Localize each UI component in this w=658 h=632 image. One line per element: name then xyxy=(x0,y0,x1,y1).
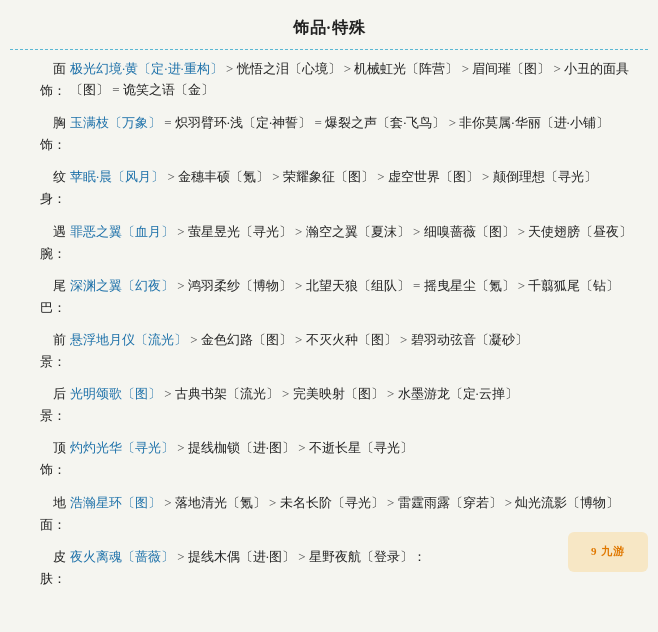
row-label-top-tail: 尾 xyxy=(53,275,66,297)
row-top: 顶饰：灼灼光华〔寻光〕 > 提线枷锁〔进·图〕 > 不逝长星〔寻光〕 xyxy=(10,437,648,481)
highlight-item: 深渊之翼〔幻夜〕 xyxy=(70,278,174,293)
content-item: 爆裂之声〔套·飞鸟〕 xyxy=(325,115,445,130)
row-content-tail: 深渊之翼〔幻夜〕 > 鸿羽柔纱〔博物〕 > 北望天狼〔组队〕 = 摇曳星尘〔氪〕… xyxy=(70,275,648,319)
content-item: 不灭火种〔图〕 xyxy=(306,332,397,347)
content-item: 千翦狐尾〔钻〕 xyxy=(528,278,619,293)
content-item: 完美映射〔图〕 xyxy=(293,386,384,401)
page-title: 饰品·特殊 xyxy=(0,10,658,45)
row-content-front: 悬浮地月仪〔流光〕 > 金色幻路〔图〕 > 不灭火种〔图〕 > 碧羽动弦音〔凝砂… xyxy=(70,329,648,373)
highlight-item: 光明颂歌〔图〕 xyxy=(70,386,161,401)
row-label-top-skin: 皮 xyxy=(53,546,66,568)
content-item: 颠倒理想〔寻光〕 xyxy=(493,169,597,184)
row-content-top: 灼灼光华〔寻光〕 > 提线枷锁〔进·图〕 > 不逝长星〔寻光〕 xyxy=(70,437,648,481)
row-content-tattoo: 苹眠·晨〔风月〕 > 金穗丰硕〔氪〕 > 荣耀象征〔图〕 > 虚空世界〔图〕 >… xyxy=(70,166,648,210)
content-item: 荣耀象征〔图〕 xyxy=(283,169,374,184)
highlight-item: 浩瀚星环〔图〕 xyxy=(70,495,161,510)
row-chest: 胸饰：玉满枝〔万象〕 = 炽羽臂环·浅〔定·神誓〕 = 爆裂之声〔套·飞鸟〕 >… xyxy=(10,112,648,156)
highlight-item: 极光幻境·黄〔定·进·重构〕 xyxy=(70,61,223,76)
row-label-bottom-front: 景： xyxy=(40,351,66,373)
row-label-bottom-face: 饰： xyxy=(40,80,66,102)
content-item: 机械虹光〔阵营〕 xyxy=(354,61,458,76)
row-label-bottom-chest: 饰： xyxy=(40,134,66,156)
content-item: 落地清光〔氪〕 xyxy=(175,495,266,510)
content-item: 瀚空之翼〔夏沫〕 xyxy=(306,224,410,239)
content-item: 虚空世界〔图〕 xyxy=(388,169,479,184)
content-item: 提线枷锁〔进·图〕 xyxy=(188,440,295,455)
highlight-item: 灼灼光华〔寻光〕 xyxy=(70,440,174,455)
row-label-tail: 尾巴： xyxy=(10,275,70,319)
row-label-top-ground: 地 xyxy=(53,492,66,514)
row-label-top-wrist: 遇 xyxy=(53,221,66,243)
row-content-face: 极光幻境·黄〔定·进·重构〕 > 恍悟之泪〔心境〕 > 机械虹光〔阵营〕 > 眉… xyxy=(70,58,648,102)
row-label-top: 顶饰： xyxy=(10,437,70,481)
content-item: 天使翅膀〔昼夜〕 xyxy=(528,224,632,239)
row-label-bottom-wrist: 腕： xyxy=(40,243,66,265)
content-item: 恍悟之泪〔心境〕 xyxy=(237,61,341,76)
row-wrist: 遇腕：罪恶之翼〔血月〕 > 萤星昱光〔寻光〕 > 瀚空之翼〔夏沫〕 > 细嗅蔷薇… xyxy=(10,221,648,265)
highlight-item: 玉满枝〔万象〕 xyxy=(70,115,161,130)
page-wrapper: 饰品·特殊 面饰：极光幻境·黄〔定·进·重构〕 > 恍悟之泪〔心境〕 > 机械虹… xyxy=(0,10,658,590)
row-content-wrist: 罪恶之翼〔血月〕 > 萤星昱光〔寻光〕 > 瀚空之翼〔夏沫〕 > 细嗅蔷薇〔图〕… xyxy=(70,221,648,265)
row-face: 面饰：极光幻境·黄〔定·进·重构〕 > 恍悟之泪〔心境〕 > 机械虹光〔阵营〕 … xyxy=(10,58,648,102)
row-back: 后景：光明颂歌〔图〕 > 古典书架〔流光〕 > 完美映射〔图〕 > 水墨游龙〔定… xyxy=(10,383,648,427)
row-label-bottom-back: 景： xyxy=(40,405,66,427)
row-label-bottom-ground: 面： xyxy=(40,514,66,536)
row-label-bottom-tail: 巴： xyxy=(40,297,66,319)
row-label-bottom-tattoo: 身： xyxy=(40,188,66,210)
content-item: 未名长阶〔寻光〕 xyxy=(280,495,384,510)
row-label-front: 前景： xyxy=(10,329,70,373)
row-label-back: 后景： xyxy=(10,383,70,427)
content-item: 古典书架〔流光〕 xyxy=(175,386,279,401)
row-label-bottom-skin: 肤： xyxy=(40,568,66,590)
row-label-bottom-top: 饰： xyxy=(40,459,66,481)
row-ground: 地面：浩瀚星环〔图〕 > 落地清光〔氪〕 > 未名长阶〔寻光〕 > 雷霆雨露〔穿… xyxy=(10,492,648,536)
row-content-chest: 玉满枝〔万象〕 = 炽羽臂环·浅〔定·神誓〕 = 爆裂之声〔套·飞鸟〕 > 非你… xyxy=(70,112,648,156)
row-skin: 皮肤：夜火离魂〔蔷薇〕 > 提线木偶〔进·图〕 > 星野夜航〔登录〕： xyxy=(10,546,648,590)
highlight-item: 夜火离魂〔蔷薇〕 xyxy=(70,549,174,564)
row-label-top-tattoo: 纹 xyxy=(53,166,66,188)
row-content-back: 光明颂歌〔图〕 > 古典书架〔流光〕 > 完美映射〔图〕 > 水墨游龙〔定·云掸… xyxy=(70,383,648,427)
row-tail: 尾巴：深渊之翼〔幻夜〕 > 鸿羽柔纱〔博物〕 > 北望天狼〔组队〕 = 摇曳星尘… xyxy=(10,275,648,319)
highlight-item: 悬浮地月仪〔流光〕 xyxy=(70,332,187,347)
content-area: 面饰：极光幻境·黄〔定·进·重构〕 > 恍悟之泪〔心境〕 > 机械虹光〔阵营〕 … xyxy=(0,58,658,590)
row-label-top-chest: 胸 xyxy=(53,112,66,134)
row-content-ground: 浩瀚星环〔图〕 > 落地清光〔氪〕 > 未名长阶〔寻光〕 > 雷霆雨露〔穿若〕 … xyxy=(70,492,648,536)
row-label-top-back: 后 xyxy=(53,383,66,405)
content-item: 雷霆雨露〔穿若〕 xyxy=(398,495,502,510)
content-item: 炽羽臂环·浅〔定·神誓〕 xyxy=(175,115,312,130)
row-label-top-front: 前 xyxy=(53,329,66,351)
content-item: 提线木偶〔进·图〕 xyxy=(188,549,295,564)
row-label-top-face: 面 xyxy=(53,58,66,80)
row-tattoo: 纹身：苹眠·晨〔风月〕 > 金穗丰硕〔氪〕 > 荣耀象征〔图〕 > 虚空世界〔图… xyxy=(10,166,648,210)
content-item: 水墨游龙〔定·云掸〕 xyxy=(398,386,518,401)
row-front: 前景：悬浮地月仪〔流光〕 > 金色幻路〔图〕 > 不灭火种〔图〕 > 碧羽动弦音… xyxy=(10,329,648,373)
content-item: 鸿羽柔纱〔博物〕 xyxy=(188,278,292,293)
content-item: 金穗丰硕〔氪〕 xyxy=(178,169,269,184)
row-label-wrist: 遇腕： xyxy=(10,221,70,265)
row-label-chest: 胸饰： xyxy=(10,112,70,156)
highlight-item: 罪恶之翼〔血月〕 xyxy=(70,224,174,239)
row-label-top-top: 顶 xyxy=(53,437,66,459)
content-item: 金色幻路〔图〕 xyxy=(201,332,292,347)
content-item: 不逝长星〔寻光〕 xyxy=(309,440,413,455)
content-item: 萤星昱光〔寻光〕 xyxy=(188,224,292,239)
row-content-skin: 夜火离魂〔蔷薇〕 > 提线木偶〔进·图〕 > 星野夜航〔登录〕： xyxy=(70,546,648,590)
row-label-tattoo: 纹身： xyxy=(10,166,70,210)
content-item: 碧羽动弦音〔凝砂〕 xyxy=(411,332,528,347)
content-item: 非你莫属·华丽〔进·小铺〕 xyxy=(459,115,609,130)
content-item: 眉间璀〔图〕 xyxy=(472,61,550,76)
watermark-logo: 9 九游 xyxy=(568,532,648,572)
content-item: 摇曳星尘〔氪〕 xyxy=(424,278,515,293)
content-item: 细嗅蔷薇〔图〕 xyxy=(424,224,515,239)
content-item: 星野夜航〔登录〕： xyxy=(309,549,426,564)
content-item: 北望天狼〔组队〕 xyxy=(306,278,410,293)
divider xyxy=(10,49,648,50)
content-item: 灿光流影〔博物〕 xyxy=(515,495,619,510)
row-label-ground: 地面： xyxy=(10,492,70,536)
row-label-face: 面饰： xyxy=(10,58,70,102)
highlight-item: 苹眠·晨〔风月〕 xyxy=(70,169,164,184)
row-label-skin: 皮肤： xyxy=(10,546,70,590)
content-item: 诡笑之语〔金〕 xyxy=(123,82,214,97)
